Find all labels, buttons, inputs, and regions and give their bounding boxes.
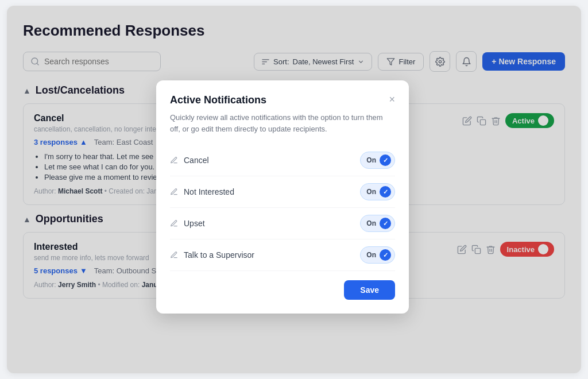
pencil-icon — [170, 251, 178, 259]
toggle-on-circle: ✓ — [380, 154, 391, 166]
modal-item-label-not-interested: Not Interested — [184, 187, 234, 196]
toggle-on-label-not-interested: On — [366, 188, 376, 196]
toggle-on-circle: ✓ — [380, 218, 391, 229]
modal-header: Active Notifications × — [170, 94, 395, 106]
pencil-icon — [170, 219, 178, 227]
modal-title: Active Notifications — [170, 94, 266, 106]
modal-row-not-interested: Not Interested On ✓ — [170, 176, 395, 208]
modal-row-cancel: Cancel On ✓ — [170, 145, 395, 176]
modal-save-button[interactable]: Save — [344, 280, 395, 300]
main-container: Recommened Responses Sort: Date, Newest … — [7, 6, 581, 373]
modal-item-label-cancel: Cancel — [184, 156, 209, 165]
modal-toggle-talk-supervisor[interactable]: On ✓ — [360, 246, 395, 264]
modal-toggle-upset[interactable]: On ✓ — [360, 215, 395, 232]
toggle-on-circle: ✓ — [380, 249, 391, 261]
modal-toggle-not-interested[interactable]: On ✓ — [360, 183, 395, 200]
toggle-on-label-talk-supervisor: On — [366, 251, 376, 259]
toggle-on-circle: ✓ — [380, 186, 391, 198]
modal-item-label-talk-supervisor: Talk to a Supervisor — [184, 250, 254, 260]
modal-description: Quickly review all active notifications … — [170, 112, 395, 134]
pencil-icon — [170, 188, 178, 196]
toggle-on-label-upset: On — [366, 219, 376, 227]
active-notifications-modal: Active Notifications × Quickly review al… — [156, 80, 409, 314]
modal-item-label-upset: Upset — [184, 219, 205, 228]
toggle-on-label-cancel: On — [366, 156, 376, 164]
modal-close-button[interactable]: × — [389, 94, 395, 105]
modal-row-upset: Upset On ✓ — [170, 208, 395, 239]
pencil-icon — [170, 156, 178, 164]
modal-footer: Save — [170, 280, 395, 300]
modal-row-talk-supervisor: Talk to a Supervisor On ✓ — [170, 239, 395, 271]
modal-toggle-cancel[interactable]: On ✓ — [360, 152, 395, 169]
